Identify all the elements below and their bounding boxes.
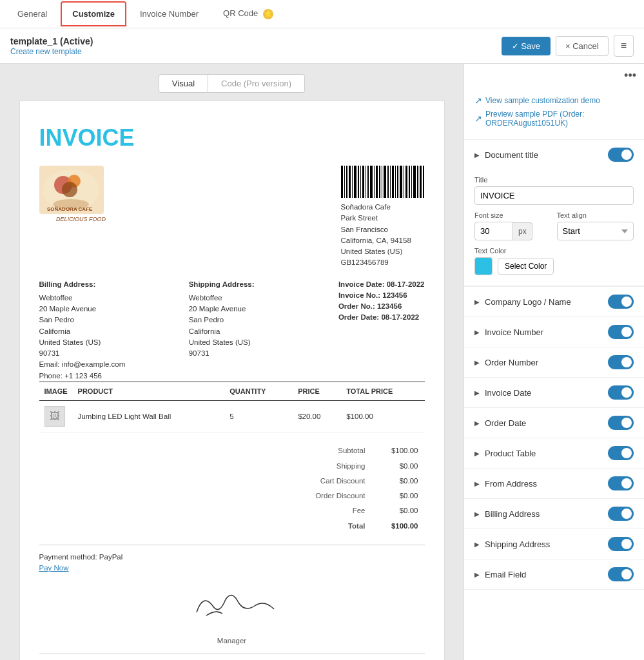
chevron-icon: ▶ [474, 541, 480, 548]
order-number-header[interactable]: ▶ Order Number [464, 347, 644, 377]
shipping-label: Shipping Address: [189, 279, 338, 290]
section-header-left: ▶ Document title [474, 150, 538, 160]
svg-rect-10 [352, 166, 353, 198]
pay-now-link[interactable]: Pay Now [39, 564, 69, 572]
svg-rect-34 [417, 166, 418, 198]
address-meta-row: Billing Address: Webtoffee 20 Maple Aven… [39, 279, 425, 382]
invoice-number-header[interactable]: ▶ Invoice Number [464, 317, 644, 347]
svg-rect-33 [413, 166, 416, 198]
email-field-header[interactable]: ▶ Email Field [464, 559, 644, 589]
font-align-row: Font size px Text align Start Center End [474, 211, 634, 240]
company-info: Soñadora Cafe Park Street San Francisco … [341, 202, 425, 269]
menu-button[interactable]: ≡ [614, 35, 634, 57]
px-label: px [513, 222, 532, 240]
shipping-country: United States (US) [189, 337, 338, 348]
section-header-left: ▶ Email Field [474, 570, 526, 579]
svg-rect-23 [387, 166, 389, 198]
svg-point-3 [62, 182, 77, 197]
text-align-select[interactable]: Start Center End [557, 222, 634, 240]
invoice-number-toggle[interactable] [608, 325, 634, 339]
document-title-section: ▶ Document title Title Font size px [464, 140, 644, 287]
title-input[interactable] [474, 186, 634, 205]
from-address-header[interactable]: ▶ From Address [464, 469, 644, 498]
billing-email: Email: info@example.com [39, 359, 189, 370]
title-label: Title [474, 176, 634, 184]
select-color-button[interactable]: Select Color [498, 258, 554, 275]
toggle-slider [608, 355, 634, 369]
shipping-state: California [189, 326, 338, 337]
create-template-link[interactable]: Create new template [10, 47, 82, 56]
svg-rect-28 [400, 166, 402, 198]
invoice-date-header[interactable]: ▶ Invoice Date [464, 378, 644, 407]
chevron-icon: ▶ [474, 480, 480, 487]
svg-rect-25 [392, 166, 394, 198]
shipping-address-header[interactable]: ▶ Shipping Address [464, 529, 644, 559]
section-header-left: ▶ Billing Address [474, 509, 540, 519]
toggle-slider [608, 446, 634, 460]
order-date-header[interactable]: ▶ Order Date [464, 408, 644, 438]
invoice-date-toggle[interactable] [608, 385, 634, 400]
product-table-toggle[interactable] [608, 446, 634, 460]
order-number-label: Order Number [485, 358, 538, 367]
tab-visual[interactable]: Visual [159, 74, 208, 93]
barcode-area: Soñadora Cafe Park Street San Francisco … [341, 166, 425, 269]
color-box: Select Color [474, 257, 634, 275]
preview-panel: Visual Code (Pro version) INVOICE [0, 64, 463, 660]
document-title-header[interactable]: ▶ Document title [464, 140, 644, 170]
settings-panel: ••• ↗ View sample customization demo ↗ P… [463, 64, 644, 660]
cart-discount-row: Cart Discount $0.00 [41, 474, 424, 488]
more-options-button[interactable]: ••• [464, 64, 644, 88]
toggle-slider [608, 148, 634, 162]
product-table-section: ▶ Product Table [464, 438, 644, 469]
tab-qr-code[interactable]: QR Code ⭐ [212, 1, 284, 26]
subtotal-row: Subtotal $100.00 [41, 444, 424, 458]
meta-order-row: Order No.: 123456 [338, 301, 425, 312]
billing-address-header[interactable]: ▶ Billing Address [464, 499, 644, 529]
order-date-toggle[interactable] [608, 416, 634, 430]
section-header-left: ▶ From Address [474, 479, 537, 489]
color-swatch[interactable] [474, 257, 493, 275]
from-address-toggle[interactable] [608, 476, 634, 490]
tab-code[interactable]: Code (Pro version) [208, 74, 305, 93]
logo-placeholder: SOÑADORA CAFE [39, 166, 104, 214]
view-tabs: Visual Code (Pro version) [10, 74, 453, 93]
product-table-header[interactable]: ▶ Product Table [464, 438, 644, 468]
order-number-toggle[interactable] [608, 355, 634, 369]
company-addr4: United States (US) [341, 246, 425, 257]
meta-invoice-row: Invoice No.: 123456 [338, 290, 425, 301]
text-align-group: Text align Start Center End [557, 211, 634, 240]
invoice-number-section: ▶ Invoice Number [464, 317, 644, 347]
preview-pdf-link[interactable]: ↗ Preview sample PDF (Order: ORDERAugust… [474, 110, 634, 128]
header-right: ✓ Save × Cancel ≡ [502, 35, 634, 57]
shipping-address-toggle[interactable] [608, 537, 634, 551]
svg-rect-17 [370, 166, 373, 198]
email-field-toggle[interactable] [608, 567, 634, 581]
svg-rect-14 [362, 166, 364, 198]
document-title-toggle[interactable] [608, 148, 634, 162]
shipping-total-row: Shipping $0.00 [41, 460, 424, 473]
toggle-slider [608, 385, 634, 400]
invoice-title: INVOICE [39, 121, 425, 155]
shipping-block: Shipping Address: Webtoffee 20 Maple Ave… [189, 279, 338, 382]
company-logo-toggle[interactable] [608, 295, 634, 309]
company-logo-header[interactable]: ▶ Company Logo / Name [464, 287, 644, 316]
external-link-icon-1: ↗ [474, 95, 482, 106]
tab-invoice-number[interactable]: Invoice Number [129, 2, 210, 26]
tab-customize[interactable]: Customize [61, 1, 126, 26]
company-addr1: Park Street [341, 213, 425, 224]
svg-rect-15 [366, 166, 366, 198]
cancel-button[interactable]: × Cancel [556, 36, 609, 56]
tab-general[interactable]: General [6, 2, 58, 26]
col-price: PRICE [293, 382, 341, 401]
billing-address1: 20 Maple Avenue [39, 304, 189, 315]
shipping-city: San Pedro [189, 315, 338, 325]
email-field-section: ▶ Email Field [464, 559, 644, 590]
invoice-number-label: Invoice Number [485, 327, 543, 337]
billing-zip: 90731 [39, 348, 189, 359]
save-button[interactable]: ✓ Save [502, 37, 551, 55]
font-size-input[interactable] [474, 222, 513, 240]
view-demo-link[interactable]: ↗ View sample customization demo [474, 95, 634, 106]
qr-badge: ⭐ [263, 9, 273, 19]
invoice-date-label: Invoice Date [485, 388, 531, 398]
billing-address-toggle[interactable] [608, 507, 634, 521]
